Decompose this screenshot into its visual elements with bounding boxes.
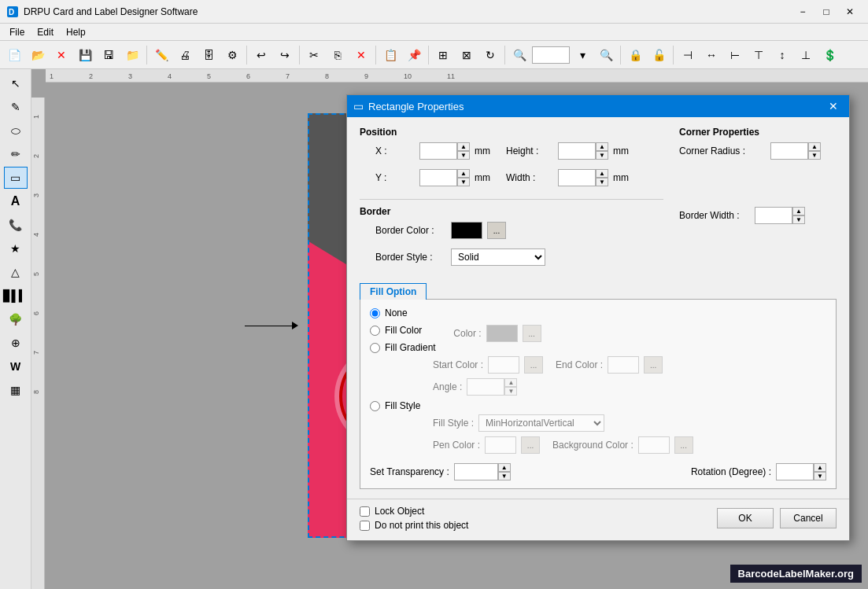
x-spin-up[interactable]: ▲ xyxy=(457,142,470,151)
end-color-button[interactable]: ... xyxy=(644,356,663,374)
y-spin-down[interactable]: ▼ xyxy=(457,178,470,186)
fill-color-radio[interactable] xyxy=(370,326,380,336)
fill-style-radio[interactable] xyxy=(370,401,380,411)
corner-spin-up[interactable]: ▲ xyxy=(808,142,821,151)
delete-button[interactable]: ✕ xyxy=(350,44,372,66)
menu-file[interactable]: File xyxy=(3,25,31,39)
paste2-button[interactable]: 📌 xyxy=(403,44,425,66)
dialog-close-button[interactable]: ✕ xyxy=(824,98,843,115)
end-color-swatch[interactable] xyxy=(608,356,639,374)
maximize-button[interactable]: □ xyxy=(814,2,838,21)
fill-option-tab[interactable]: Fill Option xyxy=(360,283,427,300)
x-spin-down[interactable]: ▼ xyxy=(457,151,470,160)
x-input[interactable]: 43 xyxy=(419,142,457,160)
select-tool[interactable]: ↖ xyxy=(4,72,28,94)
align-button[interactable]: ⊠ xyxy=(456,44,478,66)
zoom-input[interactable]: 128% xyxy=(532,46,570,64)
redo-button[interactable]: ↪ xyxy=(274,44,296,66)
align-left-button[interactable]: ⊣ xyxy=(677,44,699,66)
width-spin-down[interactable]: ▼ xyxy=(596,178,608,186)
height-input[interactable]: 188 xyxy=(558,142,596,160)
pen-tool[interactable]: ✎ xyxy=(4,96,28,118)
fill-gradient-radio[interactable] xyxy=(370,343,380,353)
unlock-button[interactable]: 🔓 xyxy=(648,44,670,66)
align-top-button[interactable]: ⊤ xyxy=(748,44,770,66)
rotation-spin-up[interactable]: ▲ xyxy=(814,463,826,472)
stamp-tool[interactable]: ⊕ xyxy=(4,332,28,354)
align-center-button[interactable]: ↔ xyxy=(700,44,722,66)
transparency-input[interactable]: 0 xyxy=(454,463,498,480)
transparency-spin-up[interactable]: ▲ xyxy=(498,463,511,472)
triangle-tool[interactable]: △ xyxy=(4,261,28,283)
close-file-button[interactable]: ✕ xyxy=(50,44,72,66)
align-right-button[interactable]: ⊢ xyxy=(724,44,746,66)
bg-color-button[interactable]: ... xyxy=(674,436,693,454)
start-color-button[interactable]: ... xyxy=(524,356,543,374)
rectangle-properties-dialog[interactable]: ▭ Rectangle Properties ✕ Position X : xyxy=(346,94,850,541)
folder-button[interactable]: 📁 xyxy=(121,44,143,66)
bg-color-swatch[interactable] xyxy=(638,436,670,454)
angle-spin-down[interactable]: ▼ xyxy=(504,387,517,396)
angle-input[interactable]: 0 xyxy=(467,378,504,396)
grid-button[interactable]: ⊞ xyxy=(432,44,454,66)
ok-button[interactable]: OK xyxy=(717,508,774,528)
height-spin-up[interactable]: ▲ xyxy=(596,142,608,151)
angle-spin-up[interactable]: ▲ xyxy=(504,378,517,387)
width-spin-up[interactable]: ▲ xyxy=(596,169,608,178)
start-color-swatch[interactable] xyxy=(488,356,519,374)
copy-button[interactable]: ⎘ xyxy=(327,44,349,66)
border-style-select[interactable]: Solid Dashed Dotted xyxy=(451,248,545,266)
save-button[interactable]: 💾 xyxy=(74,44,96,66)
pencil-tool[interactable]: ✏ xyxy=(4,143,28,165)
transparency-spin-down[interactable]: ▼ xyxy=(498,472,511,480)
save-as-button[interactable]: 🖫 xyxy=(98,44,120,66)
minimize-button[interactable]: − xyxy=(791,2,814,21)
cut-button[interactable]: ✂ xyxy=(303,44,325,66)
cancel-button[interactable]: Cancel xyxy=(780,508,837,528)
y-input[interactable]: 69 xyxy=(419,169,457,186)
height-spin-down[interactable]: ▼ xyxy=(596,151,608,160)
fill-color-swatch[interactable] xyxy=(486,325,518,342)
y-spin-up[interactable]: ▲ xyxy=(457,169,470,178)
undo-button[interactable]: ↩ xyxy=(250,44,272,66)
no-print-checkbox[interactable] xyxy=(360,521,370,531)
w-tool[interactable]: W xyxy=(4,355,28,377)
align-bottom-button[interactable]: ⊥ xyxy=(795,44,817,66)
open-button[interactable]: 📂 xyxy=(27,44,49,66)
rect-tool[interactable]: ▭ xyxy=(4,167,28,189)
fill-color-button[interactable]: ... xyxy=(523,325,541,342)
text-tool[interactable]: A xyxy=(4,190,28,212)
pen-color-button[interactable]: ... xyxy=(521,436,540,454)
lock-object-checkbox[interactable] xyxy=(360,506,370,517)
border-width-spin-up[interactable]: ▲ xyxy=(792,207,805,215)
new-button[interactable]: 📄 xyxy=(3,44,25,66)
barcode-tool[interactable]: ▊▌▍ xyxy=(4,285,28,307)
zoom-in-button[interactable]: 🔍 xyxy=(508,44,530,66)
corner-radius-input[interactable]: 0 xyxy=(770,142,808,160)
star-tool[interactable]: ★ xyxy=(4,237,28,260)
close-button[interactable]: ✕ xyxy=(838,2,862,21)
phone-tool[interactable]: 📞 xyxy=(4,214,28,236)
rotation-spin-down[interactable]: ▼ xyxy=(814,472,826,480)
rotation-input[interactable]: 0 xyxy=(776,463,814,480)
money-button[interactable]: 💲 xyxy=(818,44,840,66)
border-color-swatch[interactable] xyxy=(451,222,482,239)
menu-help[interactable]: Help xyxy=(60,25,92,39)
rotate-button[interactable]: ↻ xyxy=(479,44,501,66)
print-button[interactable]: 🖨 xyxy=(174,44,196,66)
pattern-tool[interactable]: ▦ xyxy=(4,379,28,401)
align-middle-button[interactable]: ↕ xyxy=(771,44,793,66)
menu-edit[interactable]: Edit xyxy=(31,25,60,39)
image-tool[interactable]: 🌳 xyxy=(4,308,28,330)
lock-button[interactable]: 🔒 xyxy=(624,44,646,66)
zoom-out-button[interactable]: 🔍 xyxy=(595,44,617,66)
border-width-input[interactable]: 1 xyxy=(755,207,792,224)
edit-button[interactable]: ✏️ xyxy=(150,44,172,66)
none-radio[interactable] xyxy=(370,308,380,318)
border-width-spin-down[interactable]: ▼ xyxy=(792,215,805,224)
border-color-button[interactable]: ... xyxy=(487,222,506,239)
fill-style-select[interactable]: MinHorizontalVertical xyxy=(478,414,604,432)
paste-button[interactable]: 📋 xyxy=(379,44,401,66)
corner-spin-down[interactable]: ▼ xyxy=(808,151,821,160)
settings-button[interactable]: ⚙ xyxy=(221,44,243,66)
